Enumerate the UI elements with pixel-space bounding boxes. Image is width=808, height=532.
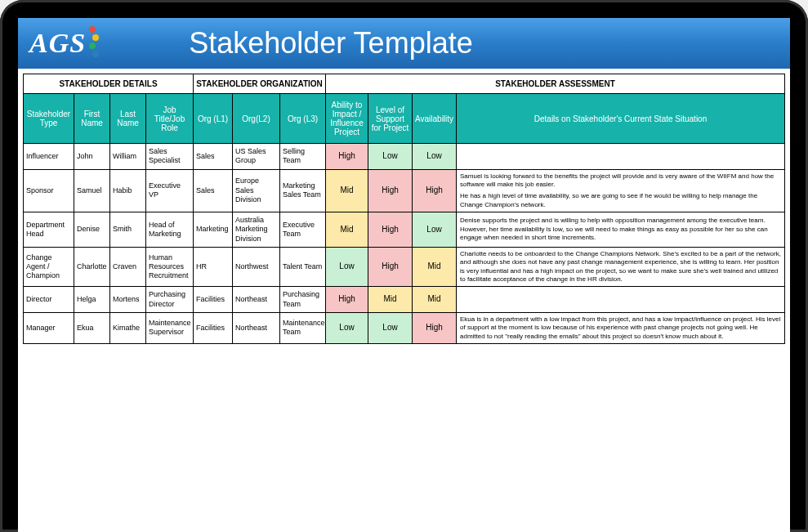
cell-impact: Mid: [326, 169, 368, 212]
cell-details: Samuel is looking forward to the benefit…: [457, 169, 785, 212]
cell-job: Purchasing Director: [146, 287, 194, 313]
cell-support: Mid: [368, 287, 413, 313]
cell-l3: Marketing Sales Team: [280, 169, 326, 212]
col-details: Details on Stakeholder's Current State S…: [457, 94, 785, 144]
page-title: Stakeholder Template: [189, 26, 473, 60]
cell-l2: Northeast: [233, 287, 280, 313]
cell-impact: Low: [326, 312, 368, 343]
col-type: Stakeholder Type: [24, 94, 74, 144]
cell-first: Charlotte: [74, 247, 110, 287]
cell-type: Sponsor: [24, 169, 74, 212]
cell-type: Influencer: [24, 144, 74, 170]
cell-job: Sales Specialist: [146, 144, 194, 170]
cell-last: Mortens: [110, 287, 146, 313]
logo-text: AGS: [29, 28, 86, 59]
cell-first: John: [74, 144, 110, 170]
stakeholder-table: STAKEHOLDER DETAILS STAKEHOLDER ORGANIZA…: [23, 74, 785, 344]
col-avail: Availability: [413, 94, 457, 144]
table-row: DirectorHelgaMortensPurchasing DirectorF…: [24, 287, 785, 313]
cell-details: [457, 144, 785, 170]
cell-l2: US Sales Group: [233, 144, 280, 170]
cell-job: Executive VP: [146, 169, 194, 212]
table-row: SponsorSamuelHabibExecutive VPSalesEurop…: [24, 169, 785, 212]
ags-logo: AGS: [29, 27, 99, 60]
app-header: AGS Stakeholder Template: [18, 18, 790, 69]
col-l1: Org (L1): [194, 94, 233, 144]
col-first: First Name: [74, 94, 110, 144]
cell-type: Department Head: [24, 212, 74, 248]
cell-job: Maintenance Supervisor: [146, 312, 194, 343]
cell-l1: HR: [194, 247, 233, 287]
table-row: Department HeadDeniseSmithHead of Market…: [24, 212, 785, 248]
cell-support: Low: [368, 144, 413, 170]
cell-l2: Europe Sales Division: [233, 169, 280, 212]
logo-dots-icon: [89, 25, 99, 58]
col-impact: Ability to Impact / Influence Project: [326, 94, 368, 144]
cell-avail: High: [413, 312, 457, 343]
cell-details: Ekua is in a department with a low impac…: [457, 312, 785, 343]
cell-avail: Mid: [413, 287, 457, 313]
content-area: STAKEHOLDER DETAILS STAKEHOLDER ORGANIZA…: [18, 69, 790, 532]
cell-l1: Facilities: [194, 312, 233, 343]
cell-last: Craven: [110, 247, 146, 287]
cell-support: Low: [368, 312, 413, 343]
col-last: Last Name: [110, 94, 146, 144]
col-job: Job Title/Job Role: [146, 94, 194, 144]
cell-impact: High: [326, 287, 368, 313]
table-row: Change Agent / ChampionCharlotteCravenHu…: [24, 247, 785, 287]
cell-avail: Low: [413, 144, 457, 170]
cell-l1: Sales: [194, 169, 233, 212]
cell-first: Helga: [74, 287, 110, 313]
cell-first: Ekua: [74, 312, 110, 343]
cell-last: William: [110, 144, 146, 170]
cell-first: Samuel: [74, 169, 110, 212]
cell-details: [457, 287, 785, 313]
cell-l3: Maintenance Team: [280, 312, 326, 343]
laptop-frame: AGS Stakeholder Template STAKEHOLDER DET…: [0, 0, 808, 532]
cell-l1: Marketing: [194, 212, 233, 248]
cell-l2: Australia Marketing Division: [233, 212, 280, 248]
section-details: STAKEHOLDER DETAILS: [24, 74, 194, 94]
cell-support: High: [368, 169, 413, 212]
cell-support: High: [368, 212, 413, 248]
screen: AGS Stakeholder Template STAKEHOLDER DET…: [18, 18, 790, 532]
cell-l2: Northwest: [233, 247, 280, 287]
cell-details: Charlotte needs to be onboarded to the C…: [457, 247, 785, 287]
cell-l3: Executive Team: [280, 212, 326, 248]
cell-job: Human Resources Recruitment: [146, 247, 194, 287]
cell-l1: Sales: [194, 144, 233, 170]
cell-last: Smith: [110, 212, 146, 248]
cell-last: Kimathe: [110, 312, 146, 343]
table-section-header-row: STAKEHOLDER DETAILS STAKEHOLDER ORGANIZA…: [24, 74, 785, 94]
section-assessment: STAKEHOLDER ASSESSMENT: [326, 74, 785, 94]
cell-avail: High: [413, 169, 457, 212]
table-row: InfluencerJohnWilliamSales SpecialistSal…: [24, 144, 785, 170]
cell-l3: Talent Team: [280, 247, 326, 287]
cell-job: Head of Marketing: [146, 212, 194, 248]
cell-details: Denise supports the project and is willi…: [457, 212, 785, 248]
cell-support: High: [368, 247, 413, 287]
col-l2: Org(L2): [233, 94, 280, 144]
table-body: InfluencerJohnWilliamSales SpecialistSal…: [24, 144, 785, 344]
cell-l3: Purchasing Team: [280, 287, 326, 313]
cell-l1: Facilities: [194, 287, 233, 313]
cell-impact: Mid: [326, 212, 368, 248]
cell-type: Director: [24, 287, 74, 313]
col-support: Level of Support for Project: [368, 94, 413, 144]
cell-type: Change Agent / Champion: [24, 247, 74, 287]
cell-type: Manager: [24, 312, 74, 343]
cell-l2: Northeast: [233, 312, 280, 343]
cell-impact: High: [326, 144, 368, 170]
table-column-header-row: Stakeholder Type First Name Last Name Jo…: [24, 94, 785, 144]
col-l3: Org (L3): [280, 94, 326, 144]
cell-last: Habib: [110, 169, 146, 212]
cell-l3: Selling Team: [280, 144, 326, 170]
section-organization: STAKEHOLDER ORGANIZATION: [194, 74, 326, 94]
cell-impact: Low: [326, 247, 368, 287]
cell-first: Denise: [74, 212, 110, 248]
table-row: ManagerEkuaKimatheMaintenance Supervisor…: [24, 312, 785, 343]
cell-avail: Low: [413, 212, 457, 248]
cell-avail: Mid: [413, 247, 457, 287]
